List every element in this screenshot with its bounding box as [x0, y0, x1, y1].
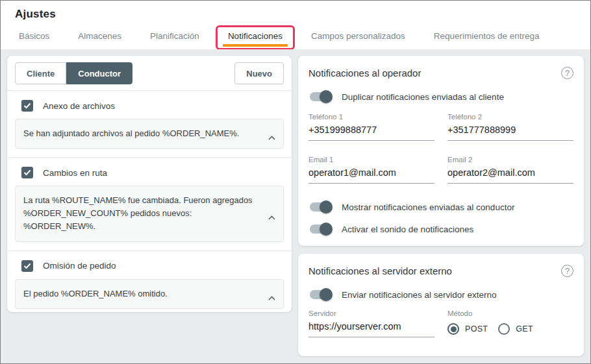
notification-block-anexo: Anexo de archivos Se han adjuntado archi… [7, 91, 292, 157]
settings-page: { "header": { "title": "Ajustes" }, "tab… [0, 0, 591, 364]
panel-title-row: Notificaciones al operador ? [308, 65, 573, 79]
field-label: Teléfono 2 [447, 113, 573, 121]
templates-toolbar: Cliente Conductor Nuevo [7, 56, 292, 90]
tab-planificacion[interactable]: Planificación [146, 26, 203, 50]
field-label: Teléfono 1 [308, 113, 434, 121]
audience-segmented-control: Cliente Conductor [15, 62, 132, 84]
tab-almacenes[interactable]: Almacenes [74, 26, 125, 50]
checkbox-checked-icon[interactable] [21, 260, 33, 272]
phone2-field: Teléfono 2 [447, 113, 573, 141]
segment-cliente-button[interactable]: Cliente [15, 62, 66, 84]
template-text: Se han adjuntado archivos al pedido %ORD… [23, 128, 239, 138]
chevron-up-icon[interactable] [268, 131, 275, 144]
notification-templates-panel: Cliente Conductor Nuevo Anexo de archivo… [7, 56, 292, 312]
tab-label: Requerimientos de entrega [434, 31, 540, 41]
help-icon[interactable]: ? [561, 67, 573, 79]
page-title: Ajustes [15, 8, 576, 21]
chevron-up-icon[interactable] [268, 211, 275, 224]
sound-toggle-row: Activar el sonido de notificaciones [308, 223, 573, 236]
template-textarea[interactable]: La ruta %ROUTE_NAME% fue cambiada. Fuero… [15, 186, 284, 241]
server-fields-grid: Servidor Método POST GET [308, 309, 573, 337]
notification-label: Omisión de pedido [43, 261, 116, 271]
operator-notifications-panel: Notificaciones al operador ? Duplicar no… [298, 56, 584, 246]
panel-title-row: Notificaciones al servidor externo ? [308, 263, 573, 277]
toggle-label: Activar el sonido de notificaciones [342, 224, 473, 234]
tab-label: Campos personalizados [311, 31, 405, 41]
right-column: Notificaciones al operador ? Duplicar no… [298, 56, 584, 357]
checkbox-row: Cambios en ruta [15, 165, 284, 186]
active-tab-underline [223, 44, 288, 47]
duplicate-toggle-row: Duplicar notificaciones enviadas al clie… [308, 90, 573, 103]
help-icon[interactable]: ? [561, 265, 573, 277]
checkbox-checked-icon[interactable] [21, 100, 33, 112]
tab-requerimientos-entrega[interactable]: Requerimientos de entrega [430, 26, 544, 50]
toggle-on-switch[interactable] [310, 92, 331, 101]
tab-notificaciones[interactable]: Notificaciones [224, 26, 286, 50]
notification-label: Anexo de archivos [43, 101, 115, 111]
checkbox-checked-icon[interactable] [21, 167, 33, 178]
radio-post-selected[interactable] [447, 323, 459, 335]
radio-label-post: POST [465, 324, 488, 334]
operator-fields-grid: Teléfono 1 Teléfono 2 Email 1 Email 2 [308, 113, 573, 184]
toggle-label: Enviar notificaciones al servidor extern… [342, 290, 497, 300]
server-url-input[interactable] [308, 317, 434, 337]
method-field: Método POST GET [447, 309, 573, 337]
chevron-up-icon[interactable] [268, 291, 275, 304]
tab-basicos[interactable]: Básicos [15, 26, 53, 50]
toggle-on-switch[interactable] [310, 224, 331, 234]
tab-campos-personalizados[interactable]: Campos personalizados [307, 26, 409, 50]
phone1-input[interactable] [308, 121, 434, 141]
tab-label: Almacenes [78, 31, 121, 41]
email2-field: Email 2 [447, 156, 573, 184]
email2-input[interactable] [447, 164, 573, 184]
radio-label-get: GET [516, 324, 533, 334]
phone1-field: Teléfono 1 [308, 113, 434, 141]
phone2-input[interactable] [447, 121, 573, 141]
notification-block-cambios: Cambios en ruta La ruta %ROUTE_NAME% fue… [7, 158, 292, 250]
field-label: Email 1 [308, 156, 434, 164]
radio-get-unselected[interactable] [498, 323, 510, 335]
show-driver-toggle-row: Mostrar notificaciones enviadas al condu… [308, 200, 573, 213]
method-radio-group: POST GET [447, 323, 573, 335]
tab-label: Básicos [19, 31, 49, 41]
panel-title: Notificaciones al operador [308, 67, 421, 79]
toggle-on-switch[interactable] [310, 202, 331, 212]
template-text: El pedido %ORDER_NAME% omitido. [23, 289, 168, 298]
template-text: La ruta %ROUTE_NAME% fue cambiada. Fuero… [23, 195, 253, 231]
template-textarea[interactable]: Se han adjuntado archivos al pedido %ORD… [15, 119, 284, 149]
template-textarea[interactable]: El pedido %ORDER_NAME% omitido. [15, 279, 284, 309]
tab-label: Planificación [150, 31, 199, 41]
toggle-label: Mostrar notificaciones enviadas al condu… [342, 202, 514, 212]
notification-block-omision: Omisión de pedido El pedido %ORDER_NAME%… [7, 251, 292, 317]
checkbox-row: Anexo de archivos [15, 98, 284, 119]
new-notification-button[interactable]: Nuevo [234, 62, 284, 84]
email1-field: Email 1 [308, 156, 434, 184]
tab-label: Notificaciones [228, 31, 283, 41]
notification-label: Cambios en ruta [43, 168, 107, 178]
field-label: Método [447, 309, 573, 317]
checkbox-row: Omisión de pedido [15, 258, 284, 279]
content-area: Cliente Conductor Nuevo Anexo de archivo… [1, 49, 590, 363]
page-header: Ajustes Básicos Almacenes Planificación … [1, 1, 590, 50]
toggle-on-switch[interactable] [310, 290, 331, 299]
panel-title: Notificaciones al servidor externo [308, 265, 452, 276]
segment-conductor-button[interactable]: Conductor [66, 62, 132, 84]
send-server-toggle-row: Enviar notificaciones al servidor extern… [308, 288, 573, 301]
toggle-label: Duplicar notificaciones enviadas al clie… [342, 92, 504, 102]
external-server-panel: Notificaciones al servidor externo ? Env… [298, 254, 584, 356]
settings-tabbar: Básicos Almacenes Planificación Notifica… [15, 26, 576, 50]
field-label: Email 2 [447, 156, 573, 164]
email1-input[interactable] [308, 164, 434, 184]
server-field: Servidor [308, 309, 434, 337]
field-label: Servidor [308, 309, 434, 317]
